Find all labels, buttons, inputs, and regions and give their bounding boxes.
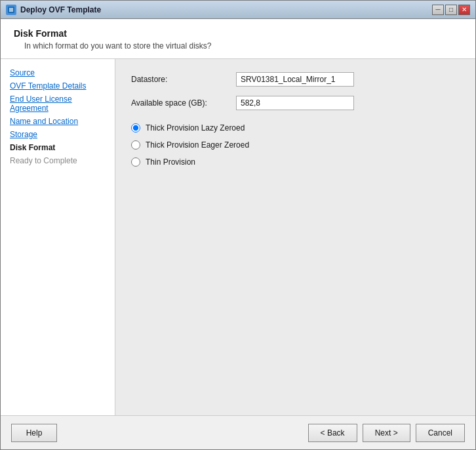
available-space-input[interactable] bbox=[236, 96, 354, 110]
thick-eager-label[interactable]: Thick Provision Eager Zeroed bbox=[146, 140, 249, 150]
content-area: Source OVF Template Details End User Lic… bbox=[1, 59, 475, 415]
page-subtitle: In which format do you want to store the… bbox=[24, 41, 462, 51]
footer-right-buttons: < Back Next > Cancel bbox=[308, 424, 465, 442]
back-button[interactable]: < Back bbox=[308, 424, 357, 442]
sidebar-item-storage[interactable]: Storage bbox=[7, 129, 108, 140]
thick-eager-option[interactable]: Thick Provision Eager Zeroed bbox=[131, 140, 460, 150]
thick-eager-radio[interactable] bbox=[131, 140, 140, 150]
thick-lazy-radio[interactable] bbox=[131, 123, 140, 133]
thin-radio[interactable] bbox=[131, 157, 140, 167]
sidebar-item-ready-to-complete: Ready to Complete bbox=[7, 155, 108, 167]
ovf-template-details-link[interactable]: OVF Template Details bbox=[10, 81, 87, 91]
sidebar-item-source[interactable]: Source bbox=[7, 67, 108, 79]
cancel-button[interactable]: Cancel bbox=[416, 424, 465, 442]
thick-lazy-option[interactable]: Thick Provision Lazy Zeroed bbox=[131, 123, 460, 133]
name-location-link[interactable]: Name and Location bbox=[10, 117, 78, 126]
close-button[interactable]: ✕ bbox=[458, 5, 470, 15]
window-title: Deploy OVF Template bbox=[20, 5, 432, 14]
thin-label[interactable]: Thin Provision bbox=[146, 157, 195, 167]
main-content: Datastore: Available space (GB): Thick P… bbox=[115, 59, 475, 415]
thick-lazy-label[interactable]: Thick Provision Lazy Zeroed bbox=[146, 123, 245, 133]
datastore-input[interactable] bbox=[236, 72, 354, 87]
source-link[interactable]: Source bbox=[10, 68, 35, 77]
header-section: Disk Format In which format do you want … bbox=[1, 19, 475, 59]
provision-radio-group: Thick Provision Lazy Zeroed Thick Provis… bbox=[131, 123, 460, 167]
sidebar-item-ovf-template-details[interactable]: OVF Template Details bbox=[7, 80, 108, 92]
next-button[interactable]: Next > bbox=[363, 424, 410, 442]
restore-button[interactable]: □ bbox=[445, 5, 457, 15]
storage-link[interactable]: Storage bbox=[10, 130, 37, 139]
sidebar-item-disk-format: Disk Format bbox=[7, 142, 108, 153]
available-space-row: Available space (GB): bbox=[131, 96, 460, 110]
title-bar: Deploy OVF Template ─ □ ✕ bbox=[1, 1, 475, 19]
footer: Help < Back Next > Cancel bbox=[1, 415, 475, 449]
page-title: Disk Format bbox=[14, 28, 462, 39]
sidebar-item-name-location[interactable]: Name and Location bbox=[7, 115, 108, 127]
main-window: Deploy OVF Template ─ □ ✕ Disk Format In… bbox=[0, 0, 476, 450]
minimize-button[interactable]: ─ bbox=[432, 5, 444, 15]
available-space-label: Available space (GB): bbox=[131, 98, 236, 108]
datastore-row: Datastore: bbox=[131, 72, 460, 87]
svg-rect-1 bbox=[9, 8, 13, 12]
sidebar: Source OVF Template Details End User Lic… bbox=[1, 59, 115, 415]
help-button[interactable]: Help bbox=[11, 424, 57, 442]
thin-option[interactable]: Thin Provision bbox=[131, 157, 460, 167]
datastore-label: Datastore: bbox=[131, 75, 236, 84]
title-bar-controls: ─ □ ✕ bbox=[432, 5, 470, 15]
eula-link[interactable]: End User License Agreement bbox=[10, 94, 72, 113]
sidebar-item-eula[interactable]: End User License Agreement bbox=[7, 93, 108, 114]
window-icon bbox=[6, 5, 16, 15]
